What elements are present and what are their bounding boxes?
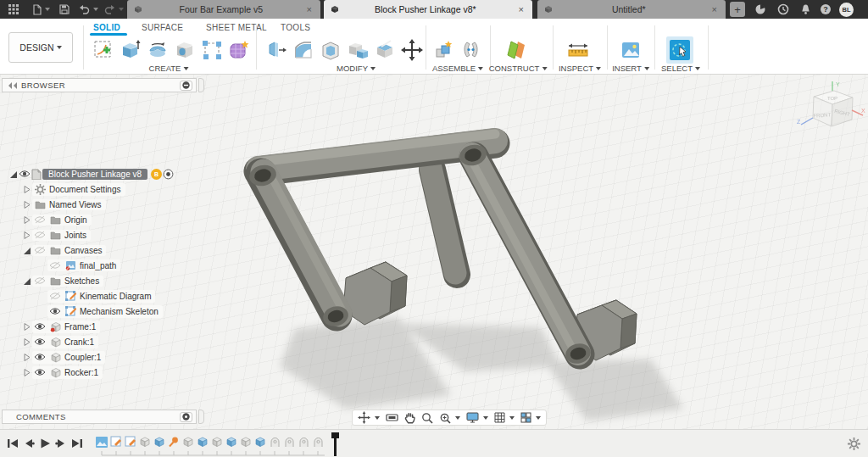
group-construct[interactable]: CONSTRUCT: [489, 64, 548, 73]
group-inspect[interactable]: INSPECT: [559, 64, 601, 73]
save-button[interactable]: [58, 3, 71, 15]
visibility-eye-hidden-icon[interactable]: [49, 292, 61, 300]
timeline-joint-feature[interactable]: [297, 435, 310, 449]
browser-item-origin[interactable]: Origin: [22, 212, 198, 227]
tab-solid[interactable]: SOLID: [93, 23, 120, 32]
insert-canvas-button[interactable]: [617, 36, 644, 64]
group-modify[interactable]: MODIFY: [337, 64, 376, 73]
shell-button[interactable]: [317, 36, 344, 64]
view-cube[interactable]: Y TOP FRONT RIGHT X Z: [790, 80, 866, 146]
timeline-joint-feature[interactable]: [282, 435, 296, 449]
disclosure-expanded-icon[interactable]: [22, 276, 31, 286]
timeline-sketch-feature[interactable]: [124, 435, 137, 449]
create-sketch-button[interactable]: [90, 36, 117, 64]
disclosure-collapsed-icon[interactable]: [22, 185, 31, 194]
tab-tools[interactable]: TOOLS: [281, 23, 310, 32]
disclosure-collapsed-icon[interactable]: [22, 200, 31, 209]
comments-panel-header[interactable]: COMMENTS: [2, 410, 197, 424]
timeline-extrude-feature[interactable]: [253, 435, 267, 449]
browser-item-named-views[interactable]: Named Views: [22, 197, 198, 212]
move-copy-button[interactable]: [398, 36, 426, 64]
extrude-button[interactable]: [117, 36, 144, 64]
help-icon[interactable]: ?: [819, 3, 832, 15]
app-launcher-icon[interactable]: [7, 3, 20, 15]
close-tab-icon[interactable]: ×: [517, 4, 526, 14]
browser-item-canvases[interactable]: Canvases: [22, 242, 198, 258]
close-tab-icon[interactable]: ×: [710, 4, 719, 14]
visibility-eye-hidden-icon[interactable]: [34, 246, 46, 254]
timeline-pin-feature[interactable]: [167, 435, 181, 449]
timeline-go-to-start-button[interactable]: [7, 437, 19, 450]
close-tab-icon[interactable]: ×: [305, 4, 314, 14]
timeline-canvas-feature[interactable]: [95, 435, 108, 449]
add-comment-icon[interactable]: [180, 412, 192, 422]
document-tab[interactable]: Four Bar Example v5 ×: [127, 0, 320, 19]
create-form-button[interactable]: [225, 36, 253, 64]
viewports-icon[interactable]: [520, 412, 541, 423]
group-select[interactable]: SELECT: [661, 64, 700, 73]
timeline-component-feature[interactable]: [239, 435, 253, 449]
visibility-eye-icon[interactable]: [49, 307, 61, 315]
pan-hand-icon[interactable]: [404, 412, 415, 424]
browser-item-crank[interactable]: Crank:1: [22, 334, 198, 349]
timeline-settings-gear-icon[interactable]: [848, 437, 860, 450]
browser-item-kinematic-diagram[interactable]: Kinematic Diagram: [47, 288, 198, 304]
visibility-eye-hidden-icon[interactable]: [34, 215, 46, 224]
collapse-panel-icon[interactable]: [8, 82, 18, 89]
activate-component-radio[interactable]: [162, 169, 174, 180]
timeline-component-feature[interactable]: [138, 435, 152, 449]
timeline-sketch-feature[interactable]: [109, 435, 123, 449]
hole-button[interactable]: [171, 36, 198, 64]
browser-item-sketches[interactable]: Sketches: [22, 273, 198, 288]
timeline-extrude-feature[interactable]: [153, 435, 166, 449]
timeline-step-forward-button[interactable]: [55, 437, 68, 450]
disclosure-collapsed-icon[interactable]: [22, 368, 31, 377]
design-workspace-button[interactable]: DESIGN: [8, 32, 73, 63]
comments-panel-resize-nub[interactable]: [198, 410, 204, 424]
visibility-eye-hidden-icon[interactable]: [34, 231, 46, 239]
tab-surface[interactable]: SURFACE: [142, 23, 183, 32]
viewport-3d[interactable]: Y TOP FRONT RIGHT X Z BROWSER Block Push…: [0, 75, 868, 429]
fit-icon[interactable]: [439, 412, 460, 424]
visibility-eye-icon[interactable]: [34, 322, 46, 331]
disclosure-expanded-icon[interactable]: [22, 246, 31, 255]
grid-display-icon[interactable]: [494, 412, 515, 423]
timeline-step-back-button[interactable]: [23, 437, 36, 450]
undo-button[interactable]: [78, 3, 98, 15]
pattern-button[interactable]: [198, 36, 225, 64]
select-button[interactable]: [666, 36, 693, 64]
timeline-play-button[interactable]: [39, 437, 52, 450]
fillet-button[interactable]: [290, 36, 317, 64]
timeline-extrude-feature[interactable]: [225, 435, 238, 449]
notifications-bell-icon[interactable]: [798, 3, 812, 15]
press-pull-button[interactable]: [263, 36, 290, 64]
browser-item-rocker[interactable]: Rocker:1: [22, 365, 198, 380]
look-at-icon[interactable]: [386, 413, 398, 423]
orbit-icon[interactable]: [358, 411, 380, 424]
job-status-icon[interactable]: [776, 3, 790, 15]
browser-root-label[interactable]: Block Pusher Linkage v8: [42, 169, 147, 180]
visibility-eye-icon[interactable]: [19, 170, 31, 178]
disclosure-collapsed-icon[interactable]: [22, 337, 31, 347]
timeline-component-feature[interactable]: [210, 435, 224, 449]
disclosure-collapsed-icon[interactable]: [22, 231, 31, 240]
group-create[interactable]: CREATE: [149, 64, 189, 73]
document-tab-active[interactable]: Block Pusher Linkage v8* ×: [324, 0, 532, 19]
disclosure-expanded-icon[interactable]: [8, 170, 18, 179]
revolve-button[interactable]: [144, 36, 171, 64]
browser-item-frame[interactable]: Frame:1: [22, 319, 198, 334]
browser-item-joints[interactable]: Joints: [22, 227, 198, 242]
offset-face-button[interactable]: [371, 36, 398, 64]
visibility-eye-icon[interactable]: [34, 368, 46, 376]
group-insert[interactable]: INSERT: [612, 64, 649, 73]
timeline-marker[interactable]: [331, 432, 340, 456]
visibility-eye-icon[interactable]: [34, 337, 46, 346]
visibility-eye-hidden-icon[interactable]: [34, 276, 46, 285]
timeline-joint-feature[interactable]: [268, 435, 281, 449]
visibility-eye-icon[interactable]: [34, 353, 46, 361]
browser-item-coupler[interactable]: Coupler:1: [22, 349, 198, 365]
construct-plane-button[interactable]: [504, 36, 531, 64]
browser-panel-header[interactable]: BROWSER: [2, 78, 197, 92]
timeline-component-feature[interactable]: [181, 435, 195, 449]
profile-avatar[interactable]: BL: [839, 3, 854, 17]
